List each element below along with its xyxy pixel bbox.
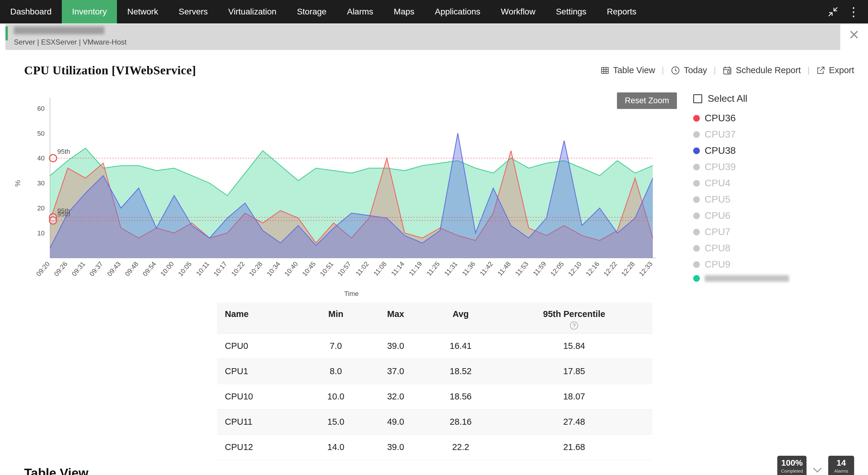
nav-item-reports[interactable]: Reports	[597, 0, 647, 24]
nav-item-network[interactable]: Network	[117, 0, 168, 24]
col-name[interactable]: Name	[217, 303, 306, 334]
svg-text:09:20: 09:20	[35, 260, 51, 277]
nav-item-applications[interactable]: Applications	[425, 0, 491, 24]
svg-text:12:10: 12:10	[567, 260, 583, 277]
svg-text:09:31: 09:31	[70, 260, 87, 277]
nav-item-dashboard[interactable]: Dashboard	[0, 0, 62, 24]
svg-text:10:11: 10:11	[195, 260, 211, 277]
legend-item-redacted[interactable]	[693, 275, 862, 282]
separator: |	[662, 66, 664, 75]
chart-legend: Select All CPU36CPU37CPU38CPU39CPU4CPU5C…	[693, 89, 862, 301]
legend-item-cpu39[interactable]: CPU39	[693, 161, 862, 172]
today-label: Today	[684, 65, 707, 75]
nav-item-alarms[interactable]: Alarms	[337, 0, 383, 24]
cell-name: CPU10	[217, 384, 306, 409]
cell-p95: 21.68	[496, 435, 652, 460]
schedule-report-button[interactable]: Schedule Report	[722, 65, 801, 75]
col-95th-percentile[interactable]: 95th Percentile ?	[496, 303, 652, 334]
legend-item-cpu9[interactable]: CPU9	[693, 259, 862, 270]
cell-name: CPU1	[217, 359, 306, 384]
cell-name: CPU11	[217, 409, 306, 435]
legend-item-cpu36[interactable]: CPU36	[693, 112, 862, 124]
today-button[interactable]: Today	[671, 65, 707, 75]
progress-badge[interactable]: 100% Completed	[777, 456, 807, 475]
cell-max: 39.0	[366, 435, 425, 460]
svg-text:11:48: 11:48	[496, 260, 512, 277]
legend-label: CPU4	[705, 178, 730, 189]
progress-label: Completed	[781, 468, 803, 474]
col-avg[interactable]: Avg	[426, 303, 496, 334]
select-all-checkbox[interactable]: Select All	[693, 93, 862, 104]
report-toolbar: Table View | Today | Schedule Report |	[600, 65, 854, 75]
export-button[interactable]: Export	[816, 65, 854, 75]
cell-max: 49.0	[366, 409, 425, 435]
legend-item-cpu7[interactable]: CPU7	[693, 226, 862, 238]
legend-dot	[693, 180, 700, 186]
y-axis-label: %	[13, 180, 22, 186]
chevron-down-icon[interactable]	[812, 467, 823, 475]
legend-dot	[693, 245, 700, 252]
legend-item-cpu5[interactable]: CPU5	[693, 194, 862, 205]
legend-item-cpu38[interactable]: CPU38	[693, 145, 862, 156]
nav-item-maps[interactable]: Maps	[383, 0, 424, 24]
cell-min: 7.0	[306, 334, 366, 359]
checkbox-icon[interactable]	[693, 94, 702, 103]
svg-text:11:08: 11:08	[372, 260, 388, 277]
schedule-report-label: Schedule Report	[736, 65, 801, 75]
separator: |	[714, 66, 716, 75]
svg-text:30: 30	[37, 179, 44, 187]
cell-max: 39.0	[366, 334, 425, 359]
svg-text:11:36: 11:36	[461, 260, 476, 277]
help-icon[interactable]: ?	[570, 321, 578, 330]
legend-dot	[693, 196, 700, 203]
close-icon[interactable]: ✕	[848, 28, 860, 41]
legend-item-cpu6[interactable]: CPU6	[693, 210, 862, 221]
legend-item-cpu4[interactable]: CPU4	[693, 178, 862, 189]
legend-items: CPU36CPU37CPU38CPU39CPU4CPU5CPU6CPU7CPU8…	[693, 112, 862, 282]
svg-text:11:14: 11:14	[390, 260, 406, 277]
export-label: Export	[829, 65, 854, 75]
col-min[interactable]: Min	[306, 303, 366, 334]
alarms-badge[interactable]: 14 Alarms	[828, 456, 854, 475]
svg-text:11:59: 11:59	[531, 260, 547, 277]
cpu-utilization-chart[interactable]: 10203040506095th95th95th09:2009:2609:310…	[16, 89, 667, 300]
svg-text:11:31: 11:31	[443, 260, 459, 277]
nav-item-settings[interactable]: Settings	[546, 0, 596, 24]
legend-label: CPU9	[705, 259, 730, 270]
svg-text:11:25: 11:25	[425, 260, 441, 277]
col-max[interactable]: Max	[366, 303, 425, 334]
cpu-stats-table: Name Min Max Avg 95th Percentile ? CPU07…	[217, 303, 652, 460]
legend-label: CPU37	[705, 129, 736, 140]
table-header-row: Name Min Max Avg 95th Percentile ?	[217, 303, 652, 334]
breadcrumb-accent	[5, 27, 8, 40]
nav-item-workflow[interactable]: Workflow	[491, 0, 546, 24]
table-view-button[interactable]: Table View	[600, 65, 655, 75]
nav-item-inventory[interactable]: Inventory	[62, 0, 117, 24]
svg-text:12:28: 12:28	[620, 260, 636, 277]
nav-item-servers[interactable]: Servers	[168, 0, 218, 24]
svg-text:95th: 95th	[57, 210, 70, 218]
nav-item-storage[interactable]: Storage	[287, 0, 337, 24]
svg-text:11:19: 11:19	[407, 260, 424, 277]
legend-item-cpu8[interactable]: CPU8	[693, 243, 862, 254]
chart-area: % 10203040506095th95th95th09:2009:2609:3…	[16, 89, 684, 301]
collapse-icon[interactable]	[828, 6, 838, 17]
nav-item-virtualization[interactable]: Virtualization	[218, 0, 287, 24]
alarms-label: Alarms	[832, 468, 850, 474]
svg-text:10:05: 10:05	[177, 260, 193, 277]
legend-dot	[693, 275, 700, 282]
svg-text:10:00: 10:00	[159, 260, 176, 277]
table-row: CPU07.039.016.4115.84	[217, 334, 652, 359]
cell-p95: 15.84	[496, 334, 652, 359]
svg-text:Time: Time	[344, 290, 359, 297]
cell-avg: 18.52	[426, 359, 496, 384]
svg-text:10:34: 10:34	[265, 260, 282, 277]
legend-item-cpu37[interactable]: CPU37	[693, 129, 862, 140]
calendar-icon	[722, 66, 732, 75]
svg-text:60: 60	[37, 105, 44, 112]
status-badges: 100% Completed 14 Alarms	[777, 456, 854, 475]
svg-text:10:45: 10:45	[301, 260, 317, 277]
kebab-menu-icon[interactable]: ⋮	[847, 6, 860, 18]
cell-p95: 18.07	[496, 384, 652, 409]
reset-zoom-button[interactable]: Reset Zoom	[617, 93, 677, 109]
